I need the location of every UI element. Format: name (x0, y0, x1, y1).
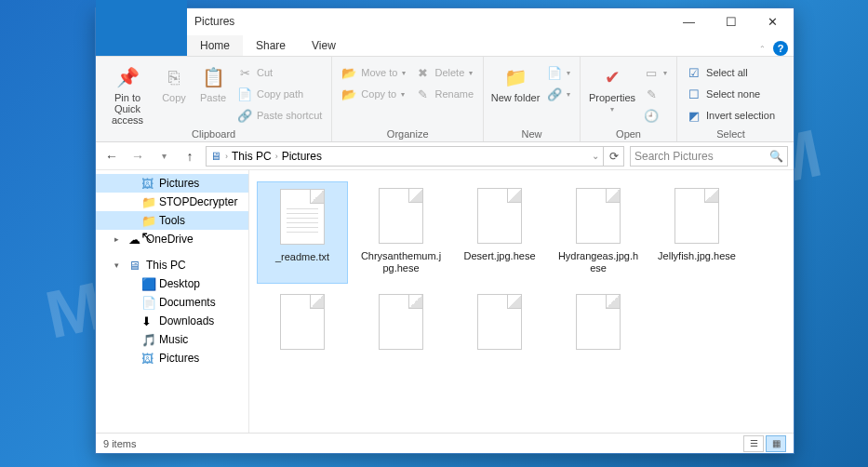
copy-path-button[interactable]: 📄Copy path (234, 84, 326, 104)
ribbon-group-clipboard: 📌 Pin to Quick access ⎘ Copy 📋 Paste ✂Cu… (96, 57, 332, 141)
unknown-file-icon (572, 291, 624, 353)
unknown-file-icon (375, 291, 427, 353)
file-list[interactable]: _readme.txtChrysanthemum.jpg.heseDesert.… (249, 170, 794, 433)
cut-icon: ✂ (237, 66, 252, 80)
file-item[interactable] (454, 287, 545, 390)
unknown-file-icon (572, 185, 624, 247)
select-none-button[interactable]: ☐Select none (683, 84, 779, 104)
nav-up-button[interactable]: ↑ (180, 146, 200, 167)
file-item[interactable]: Desert.jpg.hese (454, 181, 545, 284)
paste-shortcut-icon: 🔗 (237, 109, 252, 123)
properties-button[interactable]: ✔ Properties ▾ (586, 60, 638, 127)
paste-shortcut-button[interactable]: 🔗Paste shortcut (234, 105, 326, 126)
tree-node-onedrive[interactable]: ▸☁OneDrive (96, 230, 248, 248)
view-large-icons-button[interactable]: ▦ (766, 435, 786, 452)
tab-home[interactable]: Home (187, 35, 243, 56)
delete-button[interactable]: ✖Delete▾ (411, 62, 477, 83)
paste-button[interactable]: 📋 Paste (194, 60, 232, 127)
rename-icon: ✎ (415, 87, 430, 101)
edit-button[interactable]: ✎ (640, 84, 671, 104)
ribbon: 📌 Pin to Quick access ⎘ Copy 📋 Paste ✂Cu… (96, 57, 794, 142)
file-item[interactable]: Chrysanthemum.jpg.hese (355, 181, 447, 284)
cut-button[interactable]: ✂Cut (234, 62, 326, 83)
tab-view[interactable]: View (299, 35, 349, 56)
file-item[interactable] (355, 287, 447, 390)
open-icon: ▭ (644, 66, 659, 80)
expand-icon[interactable]: ▾ (114, 260, 126, 270)
file-item[interactable]: _readme.txt (257, 181, 348, 284)
tree-node-stopdecrypter[interactable]: 📁STOPDecrypter (96, 193, 248, 211)
tree-node-pictures[interactable]: 🖼Pictures (96, 349, 248, 367)
desktop-icon: 🟦 (141, 277, 156, 291)
clipboard-group-label: Clipboard (101, 127, 326, 140)
new-item-icon: 📄 (547, 66, 562, 80)
tree-node-tools[interactable]: 📁Tools (96, 211, 248, 230)
file-item[interactable] (257, 287, 348, 390)
search-input[interactable]: Search Pictures 🔍 (630, 146, 788, 167)
text-file-icon (276, 186, 328, 247)
chevron-right-icon: › (275, 152, 278, 161)
file-name: _readme.txt (275, 251, 329, 263)
tree-node-pictures[interactable]: 🖼Pictures (96, 174, 248, 193)
history-button[interactable]: 🕘 (640, 105, 671, 126)
new-item-button[interactable]: 📄▾ (543, 62, 574, 83)
window-title: Pictures (194, 15, 234, 28)
pin-to-quick-access-button[interactable]: 📌 Pin to Quick access (101, 60, 154, 127)
refresh-button[interactable]: ⟳ (604, 146, 624, 167)
tree-node-documents[interactable]: 📄Documents (96, 293, 248, 312)
file-item[interactable]: Jellyfish.jpg.hese (651, 181, 742, 284)
nav-back-button[interactable]: ← (101, 146, 122, 167)
edit-icon: ✎ (644, 87, 659, 101)
unknown-file-icon (474, 185, 526, 247)
history-icon: 🕘 (644, 109, 659, 123)
nav-recent-button[interactable]: ▾ (154, 146, 174, 167)
tree-node-this-pc[interactable]: ▾🖥This PC (96, 256, 248, 274)
open-button[interactable]: ▭▾ (640, 62, 671, 83)
copy-button[interactable]: ⎘ Copy (155, 60, 193, 127)
maximize-button[interactable]: ☐ (710, 8, 752, 34)
pin-icon: 📌 (114, 64, 140, 90)
new-folder-button[interactable]: 📁 New folder (489, 60, 541, 127)
move-to-button[interactable]: 📂Move to▾ (338, 62, 409, 83)
unknown-file-icon (671, 185, 723, 247)
breadcrumb-current[interactable]: Pictures (282, 150, 322, 163)
breadcrumb-root[interactable]: This PC (232, 150, 272, 163)
address-bar[interactable]: 🖥 › This PC › Pictures ⌄ (206, 146, 604, 167)
titlebar: 🗔 ☑ 📁 ▿ Pictures ― ☐ ✕ (96, 8, 794, 34)
select-all-icon: ☑ (687, 66, 701, 80)
search-icon: 🔍 (769, 150, 783, 163)
nav-forward-button[interactable]: → (127, 146, 148, 167)
minimize-button[interactable]: ― (668, 8, 710, 34)
easy-access-button[interactable]: 🔗▾ (543, 84, 574, 104)
file-item[interactable]: Hydrangeas.jpg.hese (553, 181, 644, 284)
copy-to-button[interactable]: 📂Copy to▾ (338, 84, 409, 104)
tree-node-downloads[interactable]: ⬇Downloads (96, 312, 248, 330)
invert-selection-button[interactable]: ◩Invert selection (683, 105, 779, 126)
invert-selection-icon: ◩ (687, 109, 701, 123)
view-details-button[interactable]: ☰ (743, 435, 764, 452)
unknown-file-icon (276, 291, 328, 353)
rename-button[interactable]: ✎Rename (411, 84, 477, 104)
content-area: ↖ 🖼Pictures📁STOPDecrypter📁Tools▸☁OneDriv… (96, 170, 794, 433)
select-all-button[interactable]: ☑Select all (683, 62, 779, 83)
pc-icon: 🖥 (128, 259, 143, 273)
delete-icon: ✖ (415, 66, 430, 80)
close-button[interactable]: ✕ (752, 8, 794, 34)
tree-node-desktop[interactable]: 🟦Desktop (96, 274, 248, 293)
ribbon-group-open: ✔ Properties ▾ ▭▾ ✎ 🕘 Open (581, 57, 677, 141)
music-icon: 🎵 (141, 333, 156, 347)
tree-label: Pictures (159, 352, 199, 365)
unknown-file-icon (375, 185, 427, 247)
tree-label: Documents (159, 296, 216, 309)
expand-icon[interactable]: ▸ (114, 234, 126, 244)
ribbon-collapse-icon[interactable]: ⌃ (759, 45, 766, 53)
help-icon[interactable]: ? (773, 41, 788, 56)
address-dropdown-icon[interactable]: ⌄ (592, 151, 599, 161)
tree-label: STOPDecrypter (159, 195, 237, 208)
explorer-window: 🗔 ☑ 📁 ▿ Pictures ― ☐ ✕ File Home Share V… (95, 7, 795, 454)
tree-node-music[interactable]: 🎵Music (96, 330, 248, 349)
navigation-tree[interactable]: ↖ 🖼Pictures📁STOPDecrypter📁Tools▸☁OneDriv… (96, 170, 249, 433)
tab-file[interactable]: File (96, 0, 187, 56)
tab-share[interactable]: Share (243, 35, 299, 56)
file-item[interactable] (553, 287, 644, 390)
